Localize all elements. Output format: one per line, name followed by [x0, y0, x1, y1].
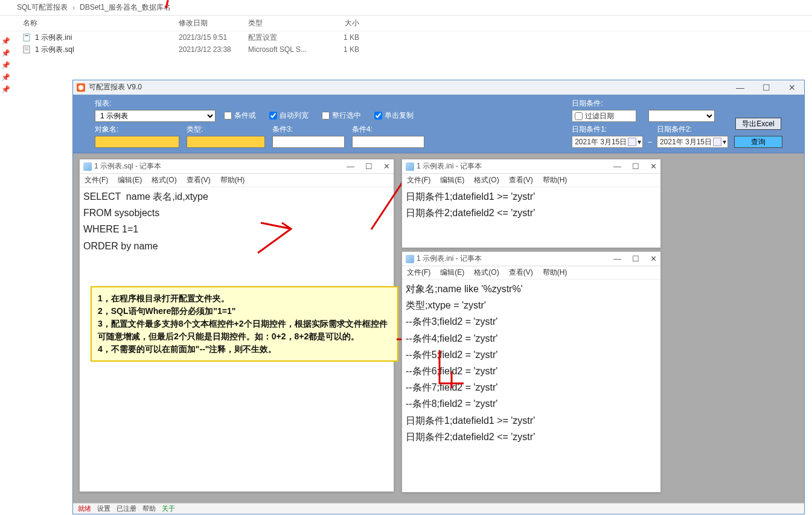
file-ini-icon [23, 33, 35, 42]
file-row[interactable]: 1 示例表.sql 2021/3/12 23:38 Microsoft SQL … [23, 43, 812, 56]
menu-format[interactable]: 格式(O) [474, 267, 499, 278]
file-size: 1 KB [323, 33, 359, 42]
pin-icon[interactable]: 📌 [2, 37, 9, 45]
file-date: 2021/3/12 23:38 [179, 45, 248, 54]
chevron-down-icon: ▾ [723, 138, 726, 146]
minimize-icon[interactable]: — [736, 83, 744, 92]
svg-rect-0 [24, 34, 30, 41]
chevron-down-icon: ▾ [638, 138, 641, 146]
maximize-icon[interactable]: ☐ [762, 83, 770, 92]
input-type[interactable] [187, 136, 265, 148]
pin-icon[interactable]: 📌 [2, 62, 9, 69]
menu-view[interactable]: 查看(V) [509, 267, 533, 278]
notepad-titlebar[interactable]: 1 示例表.ini - 记事本—☐✕ [402, 159, 660, 174]
menu-help[interactable]: 帮助(H) [543, 267, 567, 278]
notepad-ini-2: 1 示例表.ini - 记事本—☐✕ 文件(F) 编辑(E) 格式(O) 查看(… [401, 251, 661, 493]
close-icon[interactable]: ✕ [650, 254, 657, 263]
date-condition-select[interactable] [648, 110, 715, 122]
file-name: 1 示例表.ini [35, 33, 179, 43]
menu-edit[interactable]: 编辑(E) [440, 267, 464, 278]
app-logo-icon [77, 83, 85, 92]
quick-access-pins: 📌 📌 📌 📌 📌 [2, 37, 9, 93]
pin-icon[interactable]: 📌 [2, 74, 9, 81]
maximize-icon[interactable]: ☐ [632, 162, 639, 171]
menu-edit[interactable]: 编辑(E) [118, 175, 142, 185]
minimize-icon[interactable]: — [613, 162, 621, 171]
file-row[interactable]: 1 示例表.ini 2021/3/15 9:51 配置设置 1 KB [23, 31, 812, 43]
notepad-title: 1 示例表.ini - 记事本 [417, 161, 482, 171]
notepad-ini-1: 1 示例表.ini - 记事本—☐✕ 文件(F) 编辑(E) 格式(O) 查看(… [401, 159, 661, 248]
menu-view[interactable]: 查看(V) [509, 175, 533, 185]
minimize-icon[interactable]: — [347, 162, 354, 171]
date-picker-2[interactable]: 2021年 3月15日▾ [657, 136, 728, 148]
check-filter-date[interactable]: 过滤日期 [572, 110, 636, 122]
close-icon[interactable]: ✕ [788, 83, 796, 92]
notepad-icon [406, 162, 414, 171]
pin-icon[interactable]: 📌 [2, 50, 9, 57]
pin-icon[interactable]: 📌 [2, 86, 9, 93]
col-name[interactable]: 名称 [23, 18, 179, 28]
check-condition-or[interactable]: 条件或 [224, 110, 256, 121]
col-size[interactable]: 大小 [323, 18, 359, 28]
file-list-header[interactable]: 名称 修改日期 类型 大小 [0, 16, 812, 31]
status-help[interactable]: 帮助 [142, 504, 156, 513]
close-icon[interactable]: ✕ [383, 162, 390, 171]
minimize-icon[interactable]: — [613, 254, 621, 263]
close-icon[interactable]: ✕ [650, 162, 657, 171]
input-object-name[interactable] [95, 136, 179, 148]
col-type[interactable]: 类型 [248, 18, 323, 28]
report-select[interactable]: 1 示例表 [95, 110, 216, 122]
status-about[interactable]: 关于 [162, 504, 175, 513]
menu-edit[interactable]: 编辑(E) [440, 175, 464, 185]
menu-format[interactable]: 格式(O) [152, 175, 176, 185]
instruction-note: 1，在程序根目录打开配置文件夹。 2，SQL语句Where部分必须加"1=1" … [91, 286, 398, 362]
status-registered: 已注册 [117, 504, 136, 513]
date-picker-1[interactable]: 2021年 3月15日▾ [572, 136, 643, 148]
export-excel-button[interactable]: 导出Excel [735, 118, 781, 130]
notepad-icon [83, 162, 92, 171]
menu-help[interactable]: 帮助(H) [220, 175, 245, 185]
menu-help[interactable]: 帮助(H) [543, 175, 567, 185]
maximize-icon[interactable]: ☐ [365, 162, 372, 171]
maximize-icon[interactable]: ☐ [632, 254, 639, 263]
check-single-copy[interactable]: 单击复制 [374, 110, 414, 121]
query-button[interactable]: 查询 [734, 136, 782, 148]
menu-file[interactable]: 文件(F) [407, 175, 430, 185]
check-whole-row[interactable]: 整行选中 [322, 110, 361, 121]
breadcrumb-part[interactable]: SQL可配置报表 [17, 2, 68, 13]
menu-view[interactable]: 查看(V) [187, 175, 211, 185]
report-app-window: 可配置报表 V9.0 — ☐ ✕ 报表: 1 示例表 条件或 自动列宽 整行选中… [72, 80, 805, 514]
notepad-titlebar[interactable]: 1 示例表.sql - 记事本—☐✕ [80, 159, 394, 174]
explorer-area: SQL可配置报表 › DBSet1_服务器名_数据库名 名称 修改日期 类型 大… [0, 0, 812, 56]
notepad-titlebar[interactable]: 1 示例表.ini - 记事本—☐✕ [402, 252, 660, 266]
svg-rect-1 [25, 35, 28, 36]
notepad-menu: 文件(F) 编辑(E) 格式(O) 查看(V) 帮助(H) [402, 266, 660, 280]
menu-file[interactable]: 文件(F) [407, 267, 430, 278]
menu-file[interactable]: 文件(F) [85, 175, 108, 185]
app-title-text: 可配置报表 V9.0 [89, 82, 142, 92]
notepad-body[interactable]: 对象名;name like '%zystr%' 类型;xtype = 'zyst… [402, 280, 660, 492]
file-size: 1 KB [323, 45, 359, 54]
input-condition-3[interactable] [272, 136, 345, 148]
config-toolbar: 报表: 1 示例表 条件或 自动列宽 整行选中 单击复制 对象名: 类型: 条件… [73, 95, 804, 153]
status-settings[interactable]: 设置 [97, 504, 110, 513]
notepad-icon [406, 255, 414, 263]
menu-format[interactable]: 格式(O) [474, 175, 499, 185]
breadcrumb-part[interactable]: DBSet1_服务器名_数据库名 [80, 2, 171, 13]
input-condition-4[interactable] [352, 136, 424, 148]
label-obj: 对象名: [95, 124, 179, 135]
label-dc2: 日期条件2: [657, 124, 728, 135]
label-type: 类型: [187, 124, 265, 135]
app-titlebar[interactable]: 可配置报表 V9.0 — ☐ ✕ [73, 80, 804, 95]
breadcrumb[interactable]: SQL可配置报表 › DBSet1_服务器名_数据库名 [0, 0, 812, 16]
check-auto-width[interactable]: 自动列宽 [269, 110, 308, 121]
label-c3: 条件3: [272, 124, 345, 135]
notepad-sql: 1 示例表.sql - 记事本—☐✕ 文件(F) 编辑(E) 格式(O) 查看(… [79, 159, 394, 492]
file-date: 2021/3/15 9:51 [179, 33, 248, 42]
col-date[interactable]: 修改日期 [179, 18, 248, 28]
date-separator: – [648, 138, 652, 148]
notepad-body[interactable]: 日期条件1;datefield1 >= 'zystr' 日期条件2;datefi… [402, 187, 660, 248]
notepad-title: 1 示例表.ini - 记事本 [417, 254, 482, 264]
notepad-title: 1 示例表.sql - 记事本 [94, 161, 161, 171]
label-dc1: 日期条件1: [572, 124, 643, 135]
